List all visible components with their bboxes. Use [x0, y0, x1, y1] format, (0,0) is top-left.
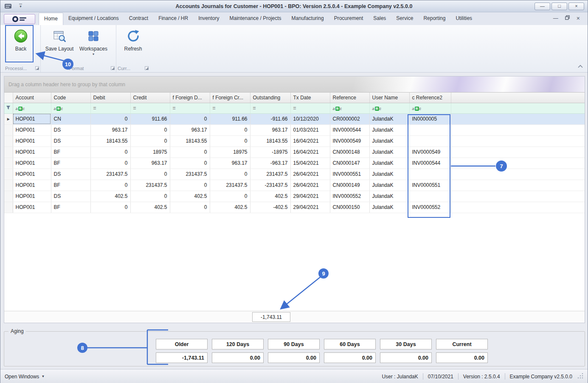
column-header[interactable]: Account	[13, 93, 51, 103]
grid-cell[interactable]: 0	[130, 135, 170, 146]
grid-cell[interactable]: 402.5	[170, 191, 210, 202]
grid-cell[interactable]: JulandaK	[369, 158, 409, 169]
grid-cell[interactable]: CN0000148	[330, 146, 369, 158]
close-button[interactable]: ×	[568, 3, 584, 10]
grid-cell[interactable]: -231437.5	[250, 180, 290, 191]
numeric-filter-cell[interactable]: =	[90, 103, 130, 113]
grid-cell[interactable]: -963.17	[250, 158, 290, 169]
grid-cell[interactable]: 0	[170, 146, 210, 158]
grid-cell[interactable]: HOP001	[13, 158, 51, 169]
grid-cell[interactable]: BF	[51, 202, 90, 213]
column-header[interactable]: f Foreign D...	[170, 93, 210, 103]
mdi-minimize-icon[interactable]: —	[553, 15, 558, 21]
grid-cell[interactable]: INV0000549	[409, 146, 451, 158]
column-header[interactable]: f Foreign Cr...	[210, 93, 250, 103]
grid-cell[interactable]: 29/04/2021	[290, 191, 330, 202]
grid-cell[interactable]: 402.5	[130, 202, 170, 213]
grid-cell[interactable]: 18975	[130, 146, 170, 158]
grid-cell[interactable]: 18143.55	[170, 135, 210, 146]
grid-cell[interactable]: CN0000150	[330, 202, 369, 213]
column-header[interactable]: Tx Date	[290, 93, 330, 103]
grid-cell[interactable]: -911.66	[250, 113, 290, 124]
grid-cell[interactable]: 911.66	[130, 113, 170, 124]
grid-row[interactable]: HOP001DS402.50402.50402.529/04/2021INV00…	[4, 191, 585, 202]
column-header[interactable]: Outstanding	[250, 93, 290, 103]
tab-manufacturing[interactable]: Manufacturing	[287, 13, 329, 25]
grid-cell[interactable]: 0	[90, 158, 130, 169]
open-windows-button[interactable]: Open Windows ▼	[5, 374, 45, 380]
column-header[interactable]: Code	[51, 93, 90, 103]
grid-cell[interactable]: INV0000544	[409, 158, 451, 169]
grid-cell[interactable]: 963.17	[250, 124, 290, 135]
column-header[interactable]: Credit	[130, 93, 170, 103]
grid-cell[interactable]: 231437.5	[130, 180, 170, 191]
grid-cell[interactable]: BF	[51, 158, 90, 169]
dialog-launcher-icon[interactable]	[35, 66, 39, 70]
column-header[interactable]: Reference	[330, 93, 369, 103]
grid-cell[interactable]: HOP001	[13, 202, 51, 213]
grid-cell[interactable]: BF	[51, 180, 90, 191]
grid-cell[interactable]: DS	[51, 169, 90, 180]
grid-cell[interactable]: 29/04/2021	[290, 202, 330, 213]
refresh-button[interactable]: Refresh	[118, 27, 148, 52]
grid-cell[interactable]: JulandaK	[369, 135, 409, 146]
grid-cell[interactable]: 402.5	[250, 191, 290, 202]
grid-cell[interactable]: 963.17	[130, 158, 170, 169]
tab-reporting[interactable]: Reporting	[418, 13, 450, 25]
grid-cell[interactable]: 0	[210, 135, 250, 146]
grid-cell[interactable]: 0	[170, 202, 210, 213]
text-filter-cell[interactable]: aBc	[13, 103, 51, 113]
grid-cell[interactable]: HOP001	[13, 146, 51, 158]
tab-inventory[interactable]: Inventory	[193, 13, 224, 25]
resize-grip[interactable]	[577, 373, 583, 379]
grid-cell[interactable]: HOP001	[13, 191, 51, 202]
column-header[interactable]: c Reference2	[409, 93, 451, 103]
grid-cell[interactable]	[409, 191, 451, 202]
grid-cell[interactable]: 0	[210, 124, 250, 135]
grid-cell[interactable]: 18143.55	[90, 135, 130, 146]
grid-cell[interactable]: 10/12/2020	[290, 113, 330, 124]
grid-cell[interactable]: HOP001	[13, 113, 51, 124]
grid-cell[interactable]: DS	[51, 124, 90, 135]
grid-cell[interactable]: INV0000544	[330, 124, 369, 135]
grid-cell[interactable]: CR0000002	[330, 113, 369, 124]
grid-cell[interactable]: INV0000552	[409, 202, 451, 213]
grid-row[interactable]: HOP001DS18143.55018143.55018143.5516/04/…	[4, 135, 585, 146]
grid-cell[interactable]: -18975	[250, 146, 290, 158]
column-header[interactable]: User Name	[369, 93, 409, 103]
grid-cell[interactable]: 0	[130, 169, 170, 180]
text-filter-cell[interactable]: aBc	[409, 103, 451, 113]
grid-cell[interactable]: 0	[90, 180, 130, 191]
grid-cell[interactable]: 0	[90, 202, 130, 213]
grid-cell[interactable]: 402.5	[90, 191, 130, 202]
grid-cell[interactable]: JulandaK	[369, 191, 409, 202]
grid-cell[interactable]: HOP001	[13, 124, 51, 135]
grid-row[interactable]: HOP001DS963.170963.170963.1701/03/2021IN…	[4, 124, 585, 135]
grid-cell[interactable]: 963.17	[210, 158, 250, 169]
tab-contract[interactable]: Contract	[124, 13, 153, 25]
tab-home[interactable]: Home	[39, 13, 63, 25]
tab-procurement[interactable]: Procurement	[329, 13, 369, 25]
tab-finance-hr[interactable]: Finance / HR	[153, 13, 193, 25]
numeric-filter-cell[interactable]: =	[130, 103, 170, 113]
grid-cell[interactable]: IN0000005	[409, 113, 451, 124]
grid-cell[interactable]: 0	[90, 146, 130, 158]
grid-cell[interactable]: INV0000549	[330, 135, 369, 146]
numeric-filter-cell[interactable]: =	[170, 103, 210, 113]
grid-cell[interactable]: 15/04/2021	[290, 158, 330, 169]
grid-cell[interactable]: HOP001	[13, 169, 51, 180]
grid-cell[interactable]: 16/04/2021	[290, 146, 330, 158]
grid-cell[interactable]: 26/04/2021	[290, 169, 330, 180]
tab-sales[interactable]: Sales	[368, 13, 391, 25]
grid-cell[interactable]: HOP001	[13, 135, 51, 146]
grid-cell[interactable]: JulandaK	[369, 113, 409, 124]
grid-cell[interactable]: 231437.5	[250, 169, 290, 180]
grid-row[interactable]: HOP001BF0963.170963.17-963.1715/04/2021C…	[4, 158, 585, 169]
grid-row[interactable]: HOP001BF0231437.50231437.5-231437.526/04…	[4, 180, 585, 191]
grid-cell[interactable]: 0	[130, 124, 170, 135]
grid-cell[interactable]: 231437.5	[90, 169, 130, 180]
grid-cell[interactable]: BF	[51, 146, 90, 158]
grid-cell[interactable]: 18143.55	[250, 135, 290, 146]
grid-cell[interactable]: 0	[210, 169, 250, 180]
grid-cell[interactable]: HOP001	[13, 180, 51, 191]
